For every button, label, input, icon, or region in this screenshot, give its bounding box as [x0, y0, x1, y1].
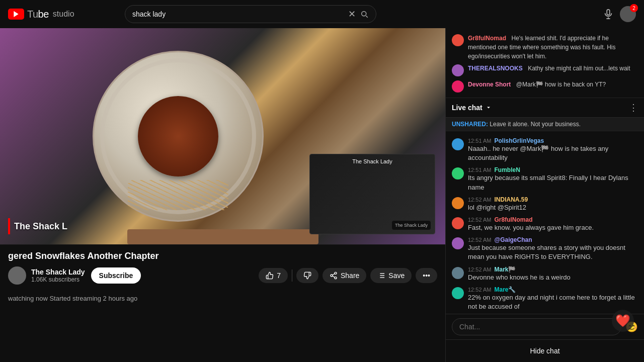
chat-timestamp-5: 12:52 AM	[468, 266, 491, 273]
chat-text-2: lol @right @Spirit12	[468, 203, 638, 212]
search-input[interactable]	[132, 10, 344, 18]
channel-subs: 1.06K subscribers	[31, 276, 85, 283]
chat-text-4: Just because someone shares a story with…	[468, 243, 638, 261]
chat-username-0: PolishGrlinVegas	[494, 137, 544, 144]
live-chat-button[interactable]: Live chat	[452, 104, 492, 112]
chat-msg-header-5: 12:52 AM Mark🏁	[468, 266, 638, 273]
chevron-down-icon	[486, 105, 492, 111]
chat-msg-header-2: 12:52 AM INDIANA.59	[468, 196, 638, 203]
chat-msg-body-3: 12:52 AM Gr8fulNomad Fast, we know. you …	[468, 216, 638, 232]
topbar: Tube studio ✕ 2	[0, 0, 644, 28]
thumbs-down-icon	[303, 272, 311, 280]
save-label: Save	[388, 272, 405, 280]
chat-header: Live chat ⋮	[446, 98, 644, 118]
subscribe-button[interactable]: Subscribe	[91, 267, 141, 284]
dislike-button[interactable]	[296, 268, 318, 283]
chat-msg-body-2: 12:52 AM INDIANA.59 lol @right @Spirit12	[468, 196, 638, 212]
chat-message-6: 12:52 AM Mare🔧 22% on oxygen day and nig…	[446, 284, 644, 313]
chat-message-2: 12:52 AM INDIANA.59 lol @right @Spirit12	[446, 194, 644, 214]
channel-watermark: The Shack Lady	[392, 221, 431, 230]
chat-message-3: 12:52 AM Gr8fulNomad Fast, we know. you …	[446, 214, 644, 234]
chat-avatar-4	[452, 237, 464, 249]
chat-username-3: Gr8fulNomad	[494, 216, 532, 223]
chat-msg-body-0: 12:51 AM PolishGrlinVegas Naaah.. he nev…	[468, 137, 638, 162]
youtube-studio-logo[interactable]: Tube studio	[8, 9, 74, 20]
chat-timestamp-3: 12:52 AM	[468, 217, 491, 223]
chat-messages-list[interactable]: 12:51 AM PolishGrlinVegas Naaah.. he nev…	[446, 131, 644, 314]
search-bar[interactable]: ✕	[125, 5, 376, 23]
chat-text-1: Its angry because its small Spirit8: Fin…	[468, 173, 638, 192]
chat-avatar-6	[452, 287, 464, 299]
hide-chat-button[interactable]: Hide chat	[530, 347, 559, 355]
chat-msg-body-6: 12:52 AM Mare🔧 22% on oxygen day and nig…	[468, 286, 638, 311]
chat-more-options-button[interactable]: ⋮	[629, 102, 638, 113]
button-divider	[292, 269, 292, 282]
top-msg-2-body: THEREALSNOOKS Kathy she might call him o…	[468, 63, 630, 76]
chat-input[interactable]	[452, 318, 621, 335]
chat-avatar-1	[452, 167, 464, 179]
top-chat-msg-1: Gr8fulNomad He's learned shit. I'd appre…	[452, 33, 638, 60]
chat-msg-body-1: 12:51 AM FumbleN Its angry because its s…	[468, 166, 638, 192]
play-icon	[12, 10, 20, 18]
chat-username-5: Mark🏁	[494, 266, 516, 273]
like-count: 7	[277, 272, 281, 280]
logo-tube: Tu	[27, 9, 38, 20]
heart-reaction[interactable]: ❤️	[612, 310, 634, 332]
chat-msg-header-0: 12:51 AM PolishGrlinVegas	[468, 137, 638, 144]
food-plate-decoration	[93, 51, 264, 222]
save-icon	[377, 272, 385, 280]
like-button[interactable]: 7	[259, 268, 288, 283]
chat-text-3: Fast, we know. you always gave him grace…	[468, 223, 638, 232]
user-avatar-badge[interactable]: 2	[620, 6, 636, 22]
channel-name[interactable]: The Shack Lady	[31, 268, 85, 276]
svg-point-4	[335, 272, 337, 274]
chat-avatar-0	[452, 138, 464, 150]
share-icon	[330, 272, 338, 280]
logo-text: Tube	[27, 9, 49, 20]
top-msg-2-user: THEREALSNOOKS	[468, 65, 523, 72]
video-title: gered Snowflakes Another Chapter	[8, 251, 437, 261]
chat-username-2: INDIANA.59	[494, 196, 528, 203]
chat-msg-body-4: 12:52 AM @GaigeChan Just because someone…	[468, 236, 638, 261]
svg-point-6	[335, 277, 337, 279]
top-msg-3-text: @Mark🏁 how is he back on YT?	[516, 81, 606, 88]
chat-msg-header-6: 12:52 AM Mare🔧	[468, 286, 638, 293]
svg-rect-1	[607, 10, 610, 15]
topbar-left: Tube studio	[8, 9, 119, 20]
search-icon[interactable]	[360, 10, 369, 19]
share-button[interactable]: Share	[323, 268, 366, 283]
svg-marker-0	[14, 11, 18, 17]
video-info: gered Snowflakes Another Chapter The Sha…	[0, 244, 445, 291]
top-avatar-3	[452, 80, 464, 93]
pip-video: The Shack Lady The Shack Lady	[309, 154, 435, 234]
chat-msg-header-1: 12:51 AM FumbleN	[468, 166, 638, 173]
chat-message-4: 12:52 AM @GaigeChan Just because someone…	[446, 234, 644, 263]
stream-title-text: The Shack L	[14, 221, 67, 232]
more-options-button[interactable]: •••	[416, 268, 437, 283]
chat-timestamp-0: 12:51 AM	[468, 138, 491, 144]
clear-icon[interactable]: ✕	[348, 9, 356, 20]
top-avatar-1	[452, 34, 464, 46]
chat-text-6: 22% on oxygen day and night i come here …	[468, 293, 638, 311]
main-content: The Shack L The Shack Lady The Shack Lad…	[0, 28, 644, 362]
thumbs-up-icon	[266, 272, 274, 280]
cutting-board	[127, 229, 318, 244]
microphone-icon[interactable]	[603, 9, 614, 20]
chat-top-messages: Gr8fulNomad He's learned shit. I'd appre…	[446, 28, 644, 98]
svg-line-7	[333, 276, 335, 278]
channel-details: The Shack Lady 1.06K subscribers	[31, 268, 85, 283]
video-player[interactable]: The Shack L The Shack Lady The Shack Lad…	[0, 28, 445, 244]
hide-chat-bar: Hide chat	[446, 339, 644, 362]
topbar-right: 2	[603, 6, 636, 22]
chat-text-0: Naaah.. he never @Mark🏁 how is he takes …	[468, 144, 638, 162]
video-meta-row: The Shack Lady 1.06K subscribers Subscri…	[8, 266, 437, 285]
top-msg-3-body: Devonne Short @Mark🏁 how is he back on Y…	[468, 79, 606, 93]
video-stats: watching now Started streaming 2 hours a…	[0, 291, 445, 306]
pip-title: The Shack Lady	[310, 158, 435, 164]
chat-username-6: Mare🔧	[494, 286, 516, 293]
chat-message-5: 12:52 AM Mark🏁 Devonne who knows he is a…	[446, 264, 644, 284]
stream-title-overlay: The Shack L	[8, 218, 67, 234]
channel-avatar[interactable]	[8, 266, 26, 285]
youtube-icon	[8, 9, 24, 20]
save-button[interactable]: Save	[370, 268, 412, 283]
